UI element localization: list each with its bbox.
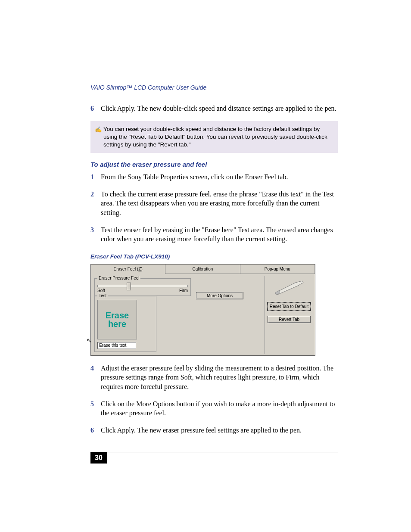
step-text: Click on the More Options button if you …	[101, 399, 338, 418]
group-label: Test	[97, 293, 108, 298]
step-text: Adjust the eraser pressure feel by slidi…	[101, 364, 338, 392]
erase-text-input[interactable]: Erase this text.	[97, 342, 136, 349]
tab-bar: Eraser Feel (Z) Calibration Pop-up Menu	[91, 264, 315, 274]
note-box: ✍ You can reset your double-click speed …	[90, 121, 338, 153]
step-number: 6	[90, 104, 101, 113]
tab-eraser-feel[interactable]: Eraser Feel (Z)	[91, 264, 165, 274]
eraser-feel-dialog: ↖ Eraser Feel (Z) Calibration Pop-up Men…	[90, 264, 315, 356]
pressure-slider[interactable]	[97, 285, 188, 287]
note-text: You can reset your double-click speed an…	[103, 125, 333, 149]
step-number: 3	[90, 225, 101, 244]
pen-icon	[268, 278, 311, 297]
revert-tab-button[interactable]: Revert Tab	[268, 316, 311, 323]
page-number: 30	[90, 452, 107, 464]
step-number: 1	[90, 172, 101, 182]
page-footer: 30	[90, 452, 338, 464]
header-title: VAIO Slimtop™ LCD Computer User Guide	[90, 84, 338, 91]
cursor-icon: ↖	[87, 337, 92, 344]
step-number: 6	[90, 426, 101, 435]
slider-thumb-icon[interactable]	[127, 283, 131, 290]
reset-tab-button[interactable]: Reset Tab to Default	[268, 302, 311, 311]
slider-firm-label: Firm	[179, 288, 188, 293]
step-number: 2	[90, 190, 101, 218]
tab-calibration[interactable]: Calibration	[165, 264, 240, 274]
dialog-side-panel: Reset Tab to Default Revert Tab	[265, 276, 313, 354]
step-2: 2 To check the current erase pressure fe…	[90, 190, 338, 218]
step-text: From the Sony Table Properties screen, c…	[101, 172, 338, 182]
step-number: 4	[90, 364, 101, 392]
erase-here-area[interactable]: Erase here	[97, 300, 137, 339]
step-text: Click Apply. The new eraser pressure fee…	[101, 426, 338, 435]
header-rule	[90, 82, 338, 82]
group-test: Test Erase here Erase this text.	[94, 296, 156, 352]
step-text: Test the eraser feel by erasing in the "…	[101, 225, 338, 244]
more-options-button[interactable]: More Options	[196, 292, 243, 299]
section-heading: To adjust the eraser pressure and feel	[90, 161, 338, 168]
step-3: 3 Test the eraser feel by erasing in the…	[90, 225, 338, 244]
tab-label: Calibration	[193, 267, 213, 271]
tab-label: Pop-up Menu	[265, 267, 290, 271]
step-text: To check the current erase pressure feel…	[101, 190, 338, 218]
slider-soft-label: Soft	[97, 288, 105, 293]
step-6: 6 Click Apply. The new eraser pressure f…	[90, 426, 338, 435]
step-5: 5 Click on the More Options button if yo…	[90, 399, 338, 418]
step-1: 1 From the Sony Table Properties screen,…	[90, 172, 338, 182]
step-number: 5	[90, 399, 101, 418]
step-6-top: 6 Click Apply. The new double-click spee…	[90, 104, 338, 113]
step-text: Click Apply. The new double-click speed …	[101, 104, 338, 113]
step-4: 4 Adjust the eraser pressure feel by sli…	[90, 364, 338, 392]
note-icon: ✍	[95, 125, 103, 149]
figure-caption: Eraser Feel Tab (PCV-LX910)	[90, 253, 338, 260]
tab-popup-menu[interactable]: Pop-up Menu	[240, 264, 315, 274]
group-eraser-pressure: Eraser Pressure Feel Soft Firm	[94, 278, 191, 296]
group-label: Eraser Pressure Feel	[97, 276, 140, 280]
tab-label: Eraser Feel (Z)	[114, 267, 143, 271]
